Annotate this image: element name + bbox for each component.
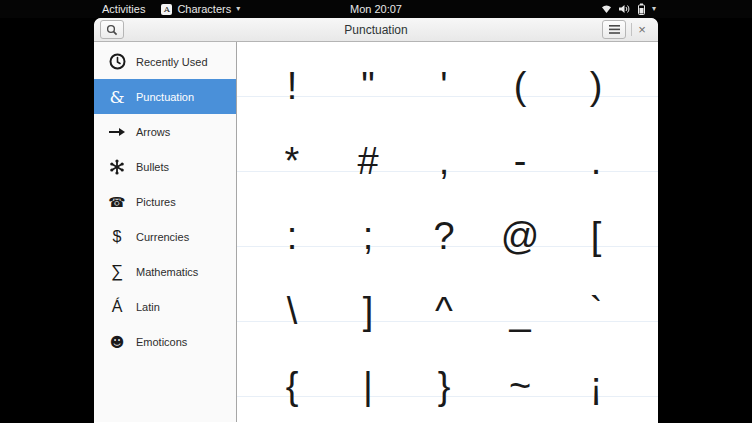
sidebar-item-punctuation[interactable]: &Punctuation: [94, 79, 236, 114]
character-glyph: ¡: [590, 367, 603, 405]
arrow-right-icon: [105, 127, 129, 137]
sidebar-item-currencies[interactable]: $Currencies: [94, 219, 236, 254]
character-cell[interactable]: \: [254, 247, 330, 321]
system-status-area[interactable]: ▾: [601, 0, 656, 18]
character-row: :;?@[: [237, 172, 658, 247]
character-glyph: {: [286, 367, 299, 405]
activities-label: Activities: [102, 3, 145, 15]
wifi-icon: [601, 4, 612, 14]
characters-window: Punctuation × Recently Used&PunctuationA…: [94, 18, 658, 423]
character-glyph: }: [438, 367, 451, 405]
ampersand-icon: &: [105, 87, 129, 107]
gnome-top-bar: Activities A Characters ▾ Mon 20:07 ▾: [0, 0, 752, 18]
character-row: *#,-.: [237, 97, 658, 172]
window-title: Punctuation: [94, 18, 658, 42]
volume-icon: [619, 4, 631, 14]
telephone-icon: ☎: [105, 194, 129, 210]
character-cell[interactable]: [: [558, 172, 634, 246]
clock[interactable]: Mon 20:07: [350, 0, 402, 18]
headerbar-separator: [631, 23, 632, 36]
character-cell[interactable]: ): [558, 42, 634, 96]
character-cell[interactable]: ¡: [558, 322, 634, 396]
character-cell[interactable]: ;: [330, 172, 406, 246]
sidebar-item-latin[interactable]: ÁLatin: [94, 289, 236, 324]
sidebar-item-mathematics[interactable]: ∑Mathematics: [94, 254, 236, 289]
character-cell[interactable]: :: [254, 172, 330, 246]
close-button[interactable]: ×: [633, 20, 651, 39]
sidebar-item-bullets[interactable]: Bullets: [94, 149, 236, 184]
headerbar: Punctuation ×: [94, 18, 658, 42]
sidebar-item-label: Pictures: [136, 196, 176, 208]
character-cell[interactable]: @: [482, 172, 558, 246]
character-row: !"'(): [237, 42, 658, 97]
battery-icon: [638, 3, 645, 15]
character-cell[interactable]: ": [330, 42, 406, 96]
sidebar-item-label: Mathematics: [136, 266, 198, 278]
dollar-icon: $: [105, 228, 129, 246]
clock-icon: [105, 53, 129, 70]
category-sidebar: Recently Used&PunctuationArrowsBullets☎P…: [94, 42, 237, 422]
character-cell[interactable]: (: [482, 42, 558, 96]
sigma-icon: ∑: [105, 262, 129, 282]
smiley-icon: ☻: [105, 334, 129, 350]
sidebar-item-label: Emoticons: [136, 336, 187, 348]
character-grid: !"'()*#,-.:;?@[\]^_`{|}~¡: [237, 42, 658, 397]
character-glyph: |: [363, 367, 373, 405]
sidebar-item-label: Bullets: [136, 161, 169, 173]
chevron-down-icon: ▾: [236, 5, 240, 13]
character-cell[interactable]: .: [558, 97, 634, 171]
character-cell[interactable]: |: [330, 322, 406, 396]
menu-button[interactable]: [602, 20, 626, 39]
chevron-down-icon: ▾: [652, 5, 656, 13]
character-cell[interactable]: !: [254, 42, 330, 96]
sidebar-item-arrows[interactable]: Arrows: [94, 114, 236, 149]
character-cell[interactable]: ': [406, 42, 482, 96]
character-glyph: ~: [509, 367, 531, 405]
a-acute-icon: Á: [105, 298, 129, 316]
sidebar-item-label: Recently Used: [136, 56, 208, 68]
close-icon: ×: [638, 22, 646, 37]
character-cell[interactable]: ,: [406, 97, 482, 171]
character-cell[interactable]: *: [254, 97, 330, 171]
activities-button[interactable]: Activities: [102, 0, 145, 18]
character-pane: !"'()*#,-.:;?@[\]^_`{|}~¡: [237, 42, 658, 422]
sidebar-item-pictures[interactable]: ☎Pictures: [94, 184, 236, 219]
hamburger-menu-icon: [609, 25, 620, 34]
sidebar-item-label: Punctuation: [136, 91, 194, 103]
sidebar-item-label: Latin: [136, 301, 160, 313]
character-cell[interactable]: _: [482, 247, 558, 321]
sidebar-item-label: Currencies: [136, 231, 189, 243]
character-row: \]^_`: [237, 247, 658, 322]
sidebar-item-recently-used[interactable]: Recently Used: [94, 44, 236, 79]
asterisk-icon: [105, 159, 129, 175]
character-cell[interactable]: `: [558, 247, 634, 321]
character-cell[interactable]: ^: [406, 247, 482, 321]
sidebar-item-emoticons[interactable]: ☻Emoticons: [94, 324, 236, 359]
character-row: {|}~¡: [237, 322, 658, 397]
character-cell[interactable]: ?: [406, 172, 482, 246]
character-cell[interactable]: {: [254, 322, 330, 396]
sidebar-item-label: Arrows: [136, 126, 170, 138]
character-cell[interactable]: #: [330, 97, 406, 171]
character-cell[interactable]: -: [482, 97, 558, 171]
characters-app-icon: A: [161, 4, 172, 15]
character-cell[interactable]: }: [406, 322, 482, 396]
app-menu-button[interactable]: A Characters ▾: [161, 0, 240, 18]
app-menu-label: Characters: [177, 3, 231, 15]
character-cell[interactable]: ~: [482, 322, 558, 396]
character-cell[interactable]: ]: [330, 247, 406, 321]
